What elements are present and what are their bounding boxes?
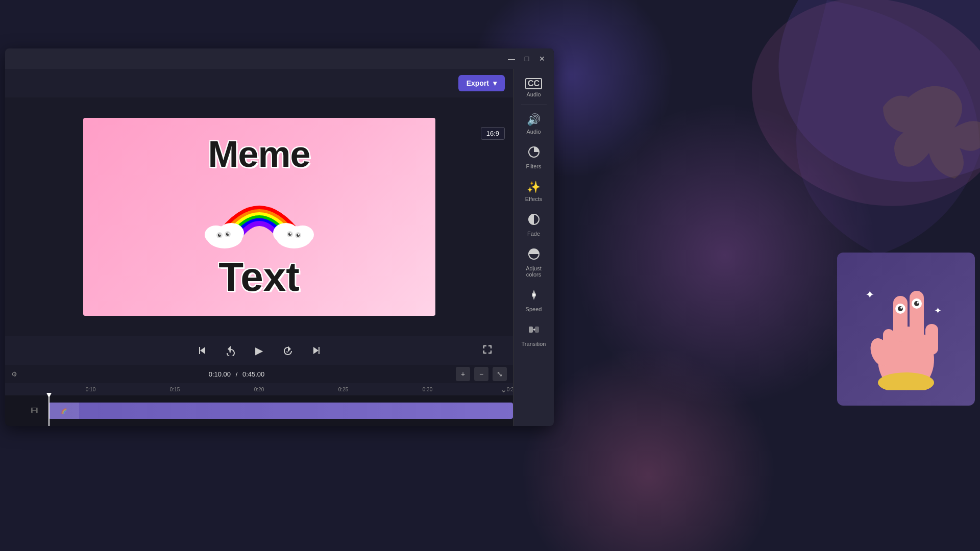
playhead[interactable] bbox=[48, 395, 50, 426]
rainbow-illustration bbox=[203, 176, 315, 253]
svg-rect-27 bbox=[535, 327, 539, 333]
ruler-mark-1: 0:15 bbox=[133, 387, 217, 392]
export-label: Export bbox=[467, 79, 489, 87]
adjust-colors-label: Adjust colors bbox=[518, 265, 550, 278]
timeline-zoom-controls: + − ⤡ bbox=[456, 367, 507, 381]
timeline-expand-button[interactable]: ⌄ bbox=[500, 385, 507, 394]
transition-icon bbox=[528, 323, 540, 339]
svg-point-1 bbox=[728, 0, 980, 234]
minimize-button[interactable]: — bbox=[504, 51, 519, 66]
cc-icon: CC bbox=[525, 78, 542, 89]
audio-icon: 🔊 bbox=[527, 113, 541, 127]
fade-label: Fade bbox=[527, 231, 540, 237]
forward-5-icon: 5 bbox=[282, 345, 293, 356]
skip-back-icon bbox=[197, 345, 207, 356]
preview-canvas: Meme bbox=[83, 118, 435, 316]
track-icon: 🎞 bbox=[31, 407, 38, 415]
svg-point-9 bbox=[219, 234, 220, 236]
speed-label: Speed bbox=[526, 306, 542, 312]
rewind-5-icon: 5 bbox=[225, 345, 236, 356]
sidebar-item-captions[interactable]: CC Audio bbox=[516, 73, 552, 102]
forward-5-button[interactable]: 5 bbox=[279, 341, 297, 360]
sticker-content: ✦ ✦ bbox=[837, 253, 975, 406]
sidebar-item-audio[interactable]: 🔊 Audio bbox=[516, 108, 552, 139]
preview-title-text: Meme bbox=[208, 133, 310, 175]
preview-area: 16:9 Meme bbox=[5, 97, 513, 336]
captions-label: Audio bbox=[526, 91, 541, 97]
skip-back-button[interactable] bbox=[193, 341, 211, 360]
sidebar-divider-1 bbox=[521, 105, 547, 105]
track-clip[interactable]: 🌈 bbox=[48, 403, 513, 419]
fullscreen-button[interactable] bbox=[482, 344, 493, 357]
close-button[interactable]: ✕ bbox=[534, 51, 550, 66]
toolbar: Export ▾ bbox=[5, 69, 513, 97]
title-bar: — □ ✕ bbox=[5, 48, 554, 69]
timeline-ruler: 0:10 0:15 0:20 0:25 0:30 0:35 ⌄ bbox=[5, 383, 513, 395]
fullscreen-icon bbox=[482, 344, 493, 355]
svg-point-18 bbox=[289, 233, 291, 235]
filters-label: Filters bbox=[526, 163, 542, 169]
export-button[interactable]: Export ▾ bbox=[458, 75, 505, 91]
svg-point-25 bbox=[532, 293, 535, 296]
timeline-track[interactable]: 🎞 🌈 bbox=[5, 395, 513, 426]
current-time: 0:10.00 bbox=[209, 370, 231, 378]
svg-point-0 bbox=[742, 0, 980, 223]
adjust-colors-icon bbox=[528, 248, 540, 263]
rainbow-container bbox=[203, 176, 315, 253]
time-display: 0:10.00 / 0:45.00 bbox=[209, 370, 265, 378]
sidebar-item-transition[interactable]: Transition bbox=[516, 318, 552, 351]
total-time: 0:45.00 bbox=[242, 370, 264, 378]
svg-text:5: 5 bbox=[229, 350, 231, 354]
sidebar-item-speed[interactable]: Speed bbox=[516, 284, 552, 316]
sticker-illustration: ✦ ✦ bbox=[855, 268, 957, 390]
effects-label: Effects bbox=[525, 196, 542, 202]
clip-thumb: 🌈 bbox=[61, 408, 67, 414]
play-button[interactable]: ▶ bbox=[250, 341, 268, 360]
aspect-ratio-badge[interactable]: 16:9 bbox=[481, 127, 505, 140]
transition-label: Transition bbox=[522, 341, 546, 347]
ruler-mark-3: 0:25 bbox=[301, 387, 385, 392]
filters-icon bbox=[528, 146, 540, 161]
ruler-mark-4: 0:30 bbox=[385, 387, 470, 392]
preview-subtitle-text: Text bbox=[218, 254, 300, 300]
svg-rect-32 bbox=[925, 324, 938, 355]
sidebar-item-adjust-colors[interactable]: Adjust colors bbox=[516, 243, 552, 282]
svg-point-40 bbox=[914, 301, 919, 306]
svg-point-37 bbox=[898, 306, 903, 311]
skip-forward-button[interactable] bbox=[307, 341, 326, 360]
maximize-button[interactable]: □ bbox=[519, 51, 534, 66]
rewind-5-button[interactable]: 5 bbox=[222, 341, 240, 360]
audio-label: Audio bbox=[526, 129, 541, 135]
svg-point-38 bbox=[900, 307, 902, 309]
svg-point-4 bbox=[218, 223, 244, 243]
fit-button[interactable]: ⤡ bbox=[493, 367, 507, 381]
effects-icon: ✨ bbox=[527, 181, 541, 194]
right-sidebar: CC Audio 🔊 Audio Filters bbox=[513, 69, 554, 426]
zoom-in-button[interactable]: + bbox=[456, 367, 470, 381]
svg-text:✦: ✦ bbox=[865, 288, 874, 301]
fade-icon bbox=[528, 213, 540, 229]
controls-bar: 5 ▶ 5 bbox=[5, 336, 513, 365]
content-area: Export ▾ 16:9 Meme bbox=[5, 69, 554, 426]
time-separator: / bbox=[236, 370, 238, 378]
svg-point-19 bbox=[298, 234, 299, 236]
timeline-area: ⚙ 0:10.00 / 0:45.00 + − ⤡ 0:10 bbox=[5, 365, 513, 426]
svg-point-13 bbox=[291, 226, 314, 244]
sidebar-item-effects[interactable]: ✨ Effects bbox=[516, 176, 552, 206]
playhead-head bbox=[46, 393, 52, 398]
skip-forward-icon bbox=[311, 345, 322, 356]
export-dropdown-icon: ▾ bbox=[493, 79, 497, 87]
svg-text:✦: ✦ bbox=[934, 306, 942, 316]
app-window: — □ ✕ Export ▾ 16:9 Meme bbox=[5, 48, 554, 426]
speed-icon bbox=[528, 289, 540, 304]
svg-point-41 bbox=[917, 302, 919, 304]
svg-rect-26 bbox=[529, 327, 533, 333]
sidebar-item-filters[interactable]: Filters bbox=[516, 141, 552, 173]
zoom-out-button[interactable]: − bbox=[474, 367, 488, 381]
ruler-mark-2: 0:20 bbox=[217, 387, 301, 392]
timeline-settings-icon[interactable]: ⚙ bbox=[11, 370, 17, 378]
svg-point-10 bbox=[227, 233, 229, 235]
sidebar-item-fade[interactable]: Fade bbox=[516, 208, 552, 241]
sticker-panel: ✦ ✦ bbox=[837, 253, 975, 406]
editor-area: Export ▾ 16:9 Meme bbox=[5, 69, 513, 426]
